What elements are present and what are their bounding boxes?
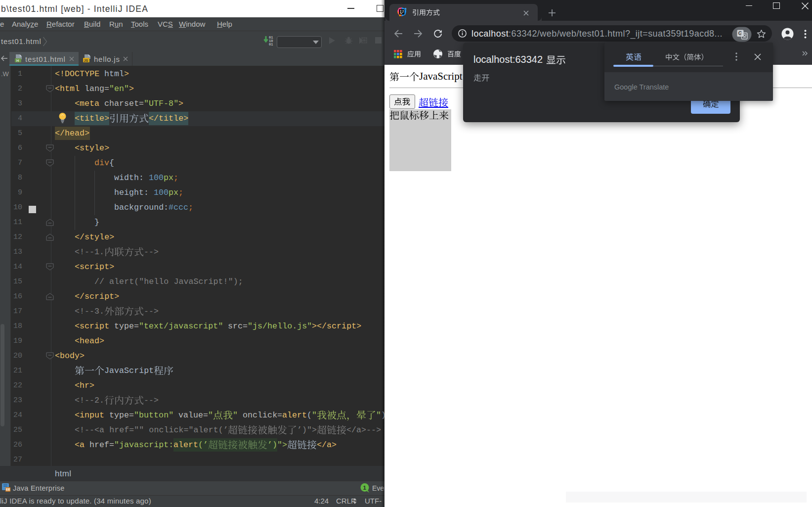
- svg-text:EE: EE: [6, 488, 10, 491]
- svg-text:1: 1: [363, 485, 367, 491]
